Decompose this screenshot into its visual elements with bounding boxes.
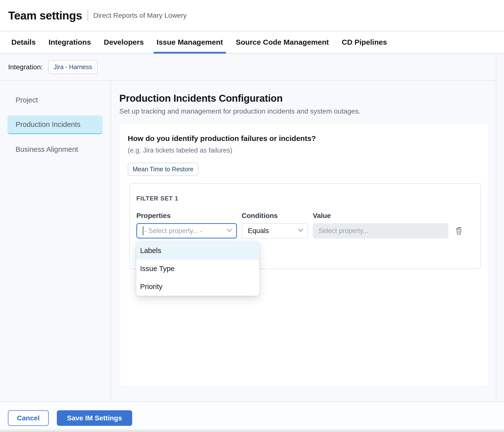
settings-sidebar: Project Production Incidents Business Al…: [0, 81, 111, 401]
section-heading: Production Incidents Configuration: [119, 93, 496, 104]
delete-filter-button[interactable]: [453, 223, 464, 238]
chevron-down-icon: [226, 229, 232, 233]
tab-issue-management-label: Issue Management: [157, 38, 223, 46]
dropdown-option-labels[interactable]: Labels: [136, 242, 259, 260]
team-settings-page: Team settings Direct Reports of Mary Low…: [0, 0, 504, 432]
column-header-conditions: Conditions: [242, 212, 308, 220]
condition-select-value: Equals: [248, 227, 269, 235]
sidebar-item-business-alignment[interactable]: Business Alignment: [7, 140, 103, 159]
filter-set-title: FILTER SET 1: [136, 195, 480, 202]
tab-details[interactable]: Details: [11, 31, 36, 53]
title-separator: [87, 10, 88, 21]
value-input[interactable]: [313, 223, 448, 238]
column-header-value: Value: [313, 212, 448, 220]
trash-icon: [455, 226, 463, 236]
tab-integrations[interactable]: Integrations: [48, 31, 91, 53]
integration-chip[interactable]: Jira - Harness: [48, 60, 98, 74]
page-title: Team settings: [8, 9, 82, 22]
column-header-properties: Properties: [136, 212, 237, 220]
footer-bar: Cancel Save IM Settings: [0, 401, 504, 432]
condition-select[interactable]: Equals: [242, 223, 308, 238]
save-im-settings-button[interactable]: Save IM Settings: [57, 410, 132, 426]
question-title: How do you identify production failures …: [128, 134, 488, 143]
mean-time-to-restore-chip[interactable]: Mean Time to Restore: [128, 163, 198, 176]
tab-issue-management[interactable]: Issue Management: [157, 31, 223, 53]
tab-source-code-management[interactable]: Source Code Management: [236, 31, 329, 53]
content-right-divider: [496, 54, 496, 401]
integration-label: Integration:: [8, 63, 43, 71]
tab-developers[interactable]: Developers: [104, 31, 144, 53]
filter-grid: Properties Conditions Value - Select pro…: [136, 212, 480, 238]
property-dropdown: Labels Issue Type Priority: [136, 242, 259, 296]
dropdown-option-issue-type[interactable]: Issue Type: [136, 260, 259, 278]
cancel-button[interactable]: Cancel: [8, 410, 49, 426]
question-hint: (e.g. Jira tickets labeled as failures): [128, 147, 488, 154]
main-content: Production Incidents Configuration Set u…: [111, 81, 496, 401]
active-tab-underline: [153, 52, 226, 54]
sidebar-item-production-incidents[interactable]: Production Incidents: [7, 116, 103, 134]
chevron-down-icon: [298, 229, 304, 233]
sidebar-item-project[interactable]: Project: [7, 91, 103, 109]
section-description: Set up tracking and management for produ…: [119, 107, 496, 115]
page-header: Team settings Direct Reports of Mary Low…: [0, 0, 504, 31]
page-subtitle: Direct Reports of Mary Lowery: [93, 12, 187, 20]
dropdown-option-priority[interactable]: Priority: [136, 278, 259, 296]
property-select-placeholder: - Select property... -: [144, 227, 202, 235]
filter-set-card: FILTER SET 1 Properties Conditions Value…: [129, 183, 481, 269]
text-caret: [143, 226, 143, 235]
tab-cd-pipelines[interactable]: CD Pipelines: [342, 31, 387, 53]
property-select[interactable]: - Select property... -: [136, 223, 237, 238]
integration-bar: Integration: Jira - Harness: [0, 54, 496, 81]
tabs-bar: Details Integrations Developers Issue Ma…: [0, 31, 504, 54]
incidents-config-card: How do you identify production failures …: [119, 123, 489, 386]
